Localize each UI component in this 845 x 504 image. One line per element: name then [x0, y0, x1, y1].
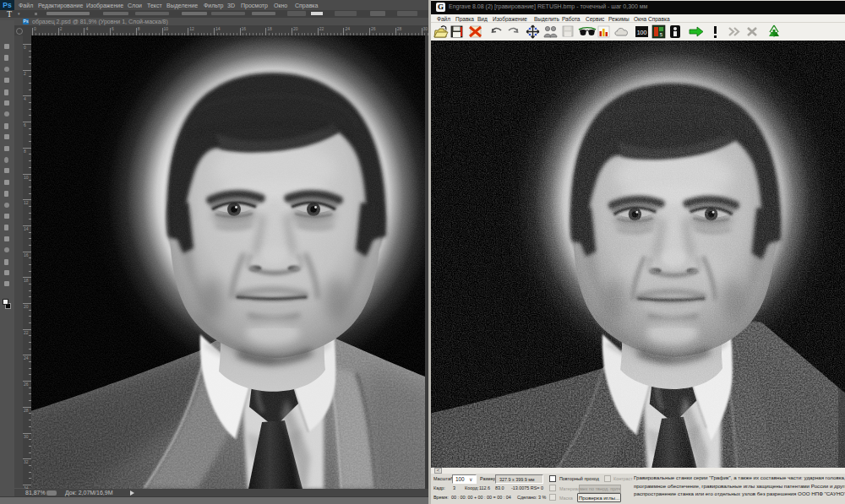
- svg-text:100: 100: [637, 30, 647, 35]
